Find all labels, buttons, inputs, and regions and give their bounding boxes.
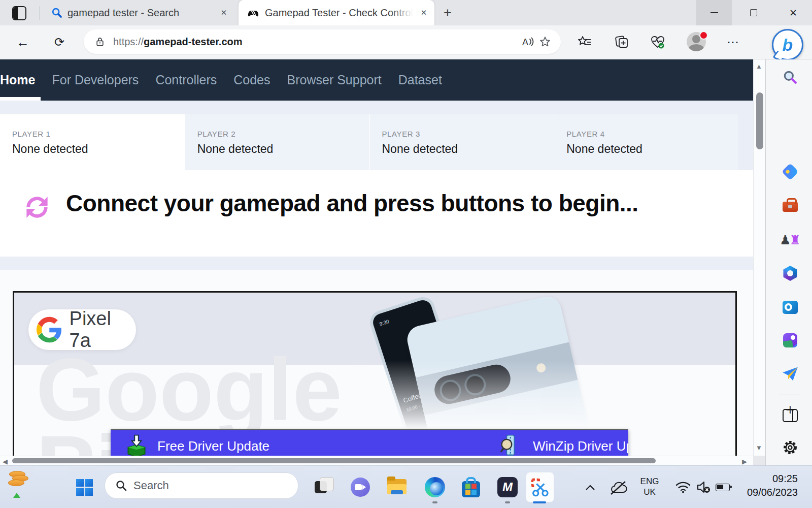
active-nav-underline [0,97,41,101]
webpage-viewport: Home For Developers Controllers Codes Br… [0,59,753,456]
sidebar-search-button[interactable] [781,68,799,86]
snipping-tool-icon [530,477,550,497]
nav-browser-support[interactable]: Browser Support [287,73,382,87]
tab-gamepad-tester[interactable]: Gamepad Tester - Check Controll ✕ [239,0,434,25]
star-icon [539,36,551,48]
onedrive-button[interactable] [608,479,628,496]
wifi-button[interactable] [674,479,692,495]
search-icon [115,480,127,492]
browser-essentials-button[interactable] [649,34,666,51]
nav-codes[interactable]: Codes [233,73,270,87]
profile-button[interactable] [687,32,707,52]
player-2-panel[interactable]: PLAYER 2 None detected [185,114,369,170]
address-bar[interactable]: https://gamepad-tester.com A [84,29,561,54]
sidebar-microsoft365-button[interactable] [781,264,799,282]
microsoft-365-icon [783,266,798,281]
language-indicator[interactable]: ENG UK [634,476,665,497]
search-favicon-icon [51,7,62,18]
close-icon: ✕ [789,7,797,19]
player-status: None detected [382,142,554,156]
minimize-button[interactable] [696,0,732,25]
banner-header: Free Driver Update WinZip Driver Up [111,429,628,456]
player-label: PLAYER 1 [12,130,185,138]
phone-time: 9:30 [379,319,390,327]
cloud-slash-icon [609,480,627,495]
favorite-star-button[interactable] [536,33,554,50]
store-button[interactable] [459,475,483,499]
sidebar-drop-button[interactable] [781,365,799,383]
task-view-button[interactable] [312,475,336,499]
close-ad-button[interactable] [708,455,731,456]
vertical-scrollbar[interactable]: ▲ ▼ [753,59,766,456]
scroll-down-icon[interactable]: ▼ [756,444,762,452]
sidebar-panel-button[interactable] [781,406,799,425]
snipping-tool-button[interactable] [526,472,554,502]
taskbar-search[interactable]: Search [105,472,298,499]
scroll-left-icon[interactable]: ◀ [3,458,8,465]
back-button[interactable]: ← [14,34,31,51]
read-aloud-button[interactable]: A [519,33,536,50]
chevron-up-icon [585,485,595,491]
tray-expand-button[interactable] [583,482,598,493]
tab-close-icon[interactable]: ✕ [418,7,429,18]
nav-home[interactable]: Home [0,73,35,87]
volume-button[interactable] [694,479,713,495]
nav-dataset[interactable]: Dataset [398,73,442,87]
workspaces-button[interactable] [11,6,27,21]
settings-menu-button[interactable]: ⋯ [725,34,742,51]
shopping-tag-icon [782,163,799,180]
player-label: PLAYER 4 [566,130,738,138]
nav-for-developers[interactable]: For Developers [52,73,139,87]
horizontal-scroll-thumb[interactable] [12,458,656,463]
search-icon [782,69,798,85]
widgets-button[interactable] [6,469,30,499]
refresh-button[interactable]: ⟳ [51,34,68,51]
scroll-right-icon[interactable]: ▶ [742,458,747,465]
mail-running-indicator [505,501,510,503]
bing-chat-button[interactable]: b [772,29,803,60]
collections-button[interactable] [613,34,630,51]
edge-button[interactable] [423,475,447,499]
minimize-icon [710,12,718,13]
chat-button[interactable] [348,475,373,499]
restore-button[interactable] [736,0,771,25]
vertical-scroll-thumb[interactable] [756,92,763,149]
tab-title: gamepad tester - Search [67,7,213,19]
horizontal-scrollbar[interactable]: ◀ ▶ [0,456,753,466]
tab-search[interactable]: gamepad tester - Search ✕ [43,0,234,25]
url-text[interactable]: https://gamepad-tester.com [113,36,243,48]
player-3-panel[interactable]: PLAYER 3 None detected [369,114,554,170]
start-button[interactable] [72,475,96,499]
sidebar-tools-button[interactable] [781,198,799,216]
sidebar-settings-button[interactable] [781,438,799,457]
player-tabs: PLAYER 1 None detected PLAYER 2 None det… [0,114,738,170]
close-window-button[interactable]: ✕ [775,0,811,25]
banner-title: Free Driver Update [157,438,269,454]
tab-title: Gamepad Tester - Check Controll [265,7,413,19]
scroll-up-icon[interactable]: ▲ [756,62,762,70]
nav-controllers[interactable]: Controllers [155,73,217,87]
restore-icon [750,9,757,16]
tab-close-icon[interactable]: ✕ [218,7,229,18]
driver-update-banner[interactable]: Free Driver Update WinZip Driver Up Upda… [111,429,628,456]
sidebar-shopping-button[interactable] [781,163,799,181]
sidebar-image-creator-button[interactable] [781,331,799,350]
mail-app-button[interactable]: M [495,475,520,499]
refresh-icon: ⟳ [54,35,64,49]
player-1-panel[interactable]: PLAYER 1 None detected [0,114,185,170]
winzip-icon [500,434,520,456]
clock[interactable]: 09:25 09/06/2023 [747,472,798,499]
essentials-heart-icon [650,35,665,49]
player-label: PLAYER 2 [197,130,369,138]
battery-button[interactable] [714,480,732,494]
site-navbar: Home For Developers Controllers Codes Br… [0,59,753,101]
sidebar-outlook-button[interactable] [781,298,799,316]
notification-dot [699,31,708,40]
file-explorer-button[interactable] [385,475,409,499]
sidebar-games-button[interactable]: ♟♜ [781,231,799,249]
player-4-panel[interactable]: PLAYER 4 None detected [554,114,738,170]
new-tab-button[interactable]: + [439,5,456,20]
chat-icon [351,478,370,497]
language-line2: UK [634,487,665,497]
favorites-button[interactable] [576,34,593,51]
